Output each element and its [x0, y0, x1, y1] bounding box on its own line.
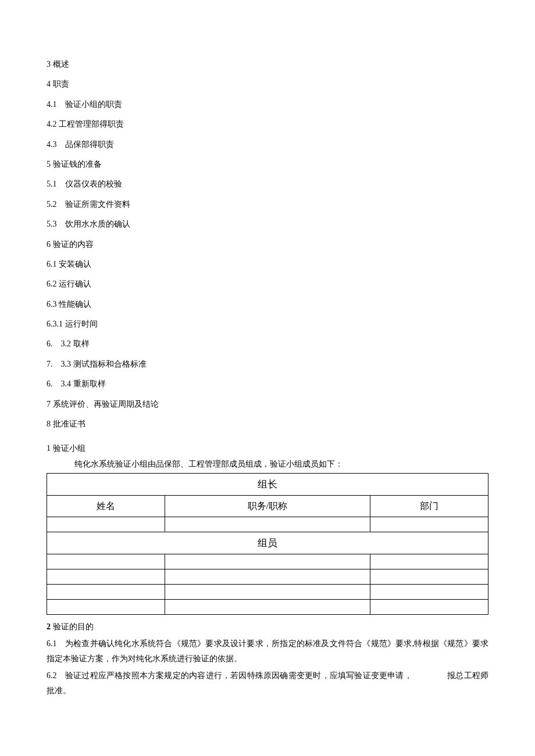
toc-item: 4.2 工程管理部得职责: [47, 118, 488, 131]
toc-item: 5.2 验证所需文件资料: [47, 198, 488, 211]
toc-item: 6. 3.2 取样: [47, 338, 488, 350]
table-row: [47, 517, 488, 532]
toc-item: 3 概述: [47, 58, 488, 71]
toc-item: 4.3 品保部得职责: [47, 138, 488, 151]
toc-item: 4.1 验证小组的职责: [47, 98, 488, 111]
validation-team-table: 组长 姓名 职务/职称 部门 组员: [47, 473, 488, 615]
table-row: [47, 600, 488, 615]
toc-item: 5 验证钱的准备: [47, 158, 488, 171]
toc-item: 6.1 安装确认: [47, 258, 488, 271]
table-row: [47, 569, 488, 585]
section-2-heading: 验证的目的: [51, 622, 94, 631]
section-2-number: 2: [47, 622, 51, 631]
table-row: [47, 585, 488, 600]
toc-item: 5.3 饮用水水质的确认: [47, 218, 488, 231]
table-col-dept: 部门: [370, 496, 488, 517]
toc-item: 7 系统评价、再验证周期及结论: [47, 398, 488, 411]
toc-item: 4 职责: [47, 78, 488, 91]
toc-item: 6 验证的内容: [47, 238, 488, 251]
section-1-intro: 纯化水系统验证小组由品保部、工程管理部成员组成，验证小组成员如下：: [47, 458, 488, 471]
section-2-para-1: 6.1 为检查并确认纯化水系统符合《规范》要求及设计要求，所指定的标准及文件符合…: [47, 636, 488, 667]
toc-item: 6.3.1 运行时间: [47, 318, 488, 331]
table-col-name: 姓名: [47, 496, 165, 517]
para-2-text-a: 6.2 验证过程应严格按照本方案规定的内容进行，若因特殊原因确需变更时，应填写验…: [47, 671, 412, 680]
table-of-contents: 3 概述 4 职责 4.1 验证小组的职责 4.2 工程管理部得职责 4.3 品…: [47, 58, 488, 431]
toc-item: 6.3 性能确认: [47, 298, 488, 311]
section-1-title: 1 验证小组: [47, 442, 488, 455]
section-2-para-2: 6.2 验证过程应严格按照本方案规定的内容进行，若因特殊原因确需变更时，应填写验…: [47, 668, 488, 699]
table-col-position: 职务/职称: [165, 496, 370, 517]
section-2-title: 2 验证的目的: [47, 621, 488, 633]
table-row: [47, 554, 488, 569]
table-member-header: 组员: [47, 532, 488, 554]
toc-item: 8 批准证书: [47, 418, 488, 431]
toc-item: 5.1 仪器仪表的校验: [47, 178, 488, 191]
table-leader-header: 组长: [47, 474, 488, 496]
toc-item: 6. 3.4 重新取样: [47, 378, 488, 390]
toc-item: 7. 3.3 测试指标和合格标准: [47, 358, 488, 371]
toc-item: 6.2 运行确认: [47, 278, 488, 291]
